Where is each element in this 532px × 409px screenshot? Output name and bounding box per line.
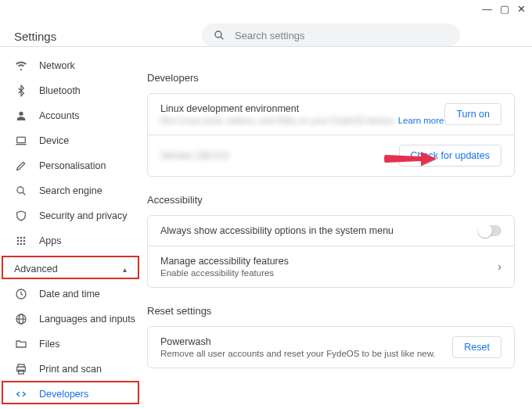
developers-card: Linux development environment Run Linux … xyxy=(147,93,515,177)
manage-accessibility-row[interactable]: Manage accessibility features Enable acc… xyxy=(148,246,514,287)
check-updates-row: Version 100.0.0 Check for updates xyxy=(148,135,514,176)
sidebar-item-device[interactable]: Device xyxy=(0,128,141,153)
sidebar-item-label: Network xyxy=(39,60,75,71)
globe-icon xyxy=(14,312,28,326)
main-content: Developers Linux development environment… xyxy=(147,53,515,409)
sidebar-advanced-label: Advanced xyxy=(14,264,58,274)
powerwash-sub: Remove all user accounts and reset your … xyxy=(160,349,452,358)
svg-point-9 xyxy=(23,237,26,239)
sidebar-item-label: Personalisation xyxy=(39,160,106,171)
manage-accessibility-sub: Enable accessibility features xyxy=(160,268,493,278)
page-title: Settings xyxy=(14,30,56,43)
header-divider xyxy=(0,46,532,47)
sidebar-item-files[interactable]: Files xyxy=(0,332,141,357)
print-icon xyxy=(14,362,28,376)
always-show-title: Always show accessibility options in the… xyxy=(160,225,480,236)
sidebar-item-label: Apps xyxy=(39,235,62,246)
svg-point-5 xyxy=(17,187,23,193)
svg-point-14 xyxy=(20,243,23,246)
sidebar-item-date-time[interactable]: Date and time xyxy=(0,282,141,307)
developers-heading: Developers xyxy=(147,72,515,84)
minimize-button[interactable]: — xyxy=(482,3,492,15)
version-text: Version 100.0.0 xyxy=(160,150,399,161)
accessibility-heading: Accessibility xyxy=(147,194,515,206)
wifi-icon xyxy=(14,59,28,73)
pencil-icon xyxy=(14,159,28,173)
shield-icon xyxy=(14,209,28,223)
svg-point-10 xyxy=(17,240,20,242)
clock-icon xyxy=(14,287,28,301)
svg-point-12 xyxy=(23,240,26,242)
svg-line-6 xyxy=(23,192,25,195)
search-field[interactable] xyxy=(202,23,460,47)
reset-button[interactable]: Reset xyxy=(452,336,501,358)
powerwash-row: Powerwash Remove all user accounts and r… xyxy=(148,327,514,368)
svg-point-7 xyxy=(17,237,20,239)
sidebar-item-label: Date and time xyxy=(39,289,100,300)
person-icon xyxy=(14,109,28,123)
svg-point-0 xyxy=(215,31,221,38)
sidebar-item-languages[interactable]: Languages and inputs xyxy=(0,307,141,332)
svg-point-8 xyxy=(20,237,23,239)
svg-point-13 xyxy=(17,243,20,246)
bluetooth-icon xyxy=(14,84,28,98)
sidebar-item-label: Print and scan xyxy=(39,364,102,375)
linux-env-title: Linux development environment xyxy=(160,103,444,114)
close-button[interactable]: ✕ xyxy=(517,3,526,15)
sidebar-item-apps[interactable]: Apps xyxy=(0,228,141,253)
window-controls: — ▢ ✕ xyxy=(482,3,526,15)
sidebar-item-label: Languages and inputs xyxy=(39,314,135,325)
linux-env-subtitle: Run Linux tools, editors, and IDEs on yo… xyxy=(160,116,395,125)
sidebar-item-label: Device xyxy=(39,135,69,146)
accessibility-card: Always show accessibility options in the… xyxy=(147,215,515,288)
sidebar-item-label: Accounts xyxy=(39,110,79,121)
svg-point-15 xyxy=(23,243,26,246)
chevron-right-icon: › xyxy=(498,260,501,273)
sidebar-item-network[interactable]: Network xyxy=(0,53,141,78)
chevron-up-icon: ▴ xyxy=(123,265,127,274)
search-input[interactable] xyxy=(235,30,449,41)
reset-heading: Reset settings xyxy=(147,305,515,317)
sidebar-item-label: Bluetooth xyxy=(39,85,81,96)
sidebar-item-label: Files xyxy=(39,339,59,350)
always-show-row[interactable]: Always show accessibility options in the… xyxy=(148,216,514,246)
maximize-button[interactable]: ▢ xyxy=(500,3,509,15)
manage-accessibility-title: Manage accessibility features xyxy=(160,256,493,267)
sidebar-item-label: Security and privacy xyxy=(39,210,128,221)
sidebar-item-label: Developers xyxy=(39,389,88,400)
sidebar-item-print-scan[interactable]: Print and scan xyxy=(0,357,141,382)
grid-icon xyxy=(14,234,28,248)
sidebar-item-search-engine[interactable]: Search engine xyxy=(0,178,141,203)
reset-card: Powerwash Remove all user accounts and r… xyxy=(147,326,515,368)
sidebar-item-developers[interactable]: Developers xyxy=(0,382,141,407)
check-updates-button[interactable]: Check for updates xyxy=(399,145,501,167)
linux-env-row: Linux development environment Run Linux … xyxy=(148,94,514,135)
turn-on-button[interactable]: Turn on xyxy=(444,103,501,125)
sidebar-item-label: Search engine xyxy=(39,185,102,196)
code-icon xyxy=(14,387,28,401)
svg-point-2 xyxy=(19,112,23,116)
sidebar-item-security[interactable]: Security and privacy xyxy=(0,203,141,228)
magnify-icon xyxy=(14,184,28,198)
search-icon xyxy=(213,29,225,41)
sidebar-item-bluetooth[interactable]: Bluetooth xyxy=(0,78,141,103)
laptop-icon xyxy=(14,134,28,148)
svg-point-11 xyxy=(20,240,23,242)
always-show-toggle[interactable] xyxy=(480,225,501,236)
svg-line-1 xyxy=(221,37,223,39)
sidebar: Network Bluetooth Accounts Device Person… xyxy=(0,53,141,409)
sidebar-advanced-toggle[interactable]: Advanced ▴ xyxy=(0,257,141,282)
sidebar-item-personalisation[interactable]: Personalisation xyxy=(0,153,141,178)
folder-icon xyxy=(14,337,28,351)
powerwash-title: Powerwash xyxy=(160,336,452,347)
sidebar-item-accounts[interactable]: Accounts xyxy=(0,103,141,128)
learn-more-link[interactable]: Learn more xyxy=(398,116,444,125)
svg-rect-3 xyxy=(17,137,26,142)
